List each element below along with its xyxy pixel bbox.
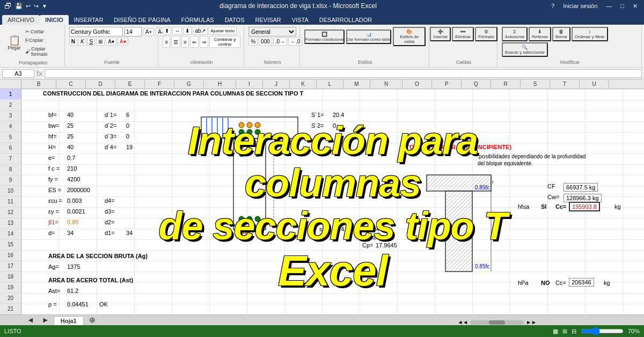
- align-middle-button[interactable]: ↔: [172, 27, 182, 35]
- row-num-17[interactable]: 17: [0, 261, 21, 272]
- quick-access-dropdown[interactable]: ▼: [42, 3, 47, 9]
- col-header-b[interactable]: B: [21, 79, 56, 89]
- redo-icon[interactable]: ↪: [34, 3, 39, 10]
- col-header-q[interactable]: Q: [462, 79, 491, 89]
- decrease-indent-button[interactable]: ⇐: [190, 36, 199, 48]
- help-button[interactable]: ?: [549, 3, 557, 9]
- row-num-1[interactable]: 1: [0, 89, 21, 100]
- row-num-20[interactable]: 20: [0, 293, 21, 304]
- align-bottom-button[interactable]: ⬇: [183, 27, 192, 35]
- underline-button[interactable]: S: [87, 38, 96, 46]
- ordenar-button[interactable]: ↕ Ordenar y filtrar: [572, 27, 608, 41]
- align-top-button[interactable]: ⬆: [163, 27, 171, 35]
- col-header-e[interactable]: E: [115, 79, 145, 89]
- bold-button[interactable]: N: [69, 38, 77, 46]
- sheet-tab-hoja1[interactable]: Hoja1: [54, 316, 84, 325]
- row-num-5[interactable]: 5: [0, 132, 21, 143]
- tab-vista[interactable]: VISTA: [287, 15, 314, 25]
- paste-button[interactable]: 📋 Pegar: [6, 34, 22, 52]
- row-num-11[interactable]: 11: [0, 196, 21, 207]
- font-name-input[interactable]: [69, 27, 123, 36]
- col-header-n[interactable]: N: [370, 79, 402, 89]
- minimize-button[interactable]: —: [604, 3, 614, 9]
- increase-font-button[interactable]: A+: [143, 28, 155, 36]
- tab-diseno[interactable]: DISEÑO DE PÁGINA: [108, 15, 175, 25]
- tab-revisar[interactable]: REVISAR: [250, 15, 287, 25]
- col-header-i[interactable]: I: [236, 79, 263, 89]
- name-box[interactable]: [2, 69, 34, 78]
- font-size-input[interactable]: [125, 27, 142, 36]
- row-num-7[interactable]: 7: [0, 153, 21, 164]
- autosuma-button[interactable]: Σ Autosuma: [502, 27, 528, 41]
- col-header-l[interactable]: L: [317, 79, 343, 89]
- tab-insertar[interactable]: INSERTAR: [69, 15, 109, 25]
- formula-input[interactable]: [45, 69, 642, 78]
- rellenar-button[interactable]: ⬇ Rellenar: [529, 27, 551, 41]
- number-format-select[interactable]: General Número Moneda Porcentaje: [248, 27, 296, 36]
- sheet-content[interactable]: CONSTRUCCION DEL DIAGRAMA DE INTERACCION…: [21, 89, 644, 325]
- add-sheet-button[interactable]: ◄: [24, 314, 38, 325]
- tab-desarrollador[interactable]: DESARROLLADOR: [314, 15, 377, 25]
- format-painter-button[interactable]: 🖌Copiar formato: [23, 45, 60, 58]
- merge-center-button[interactable]: Combinar y centrar: [209, 36, 240, 48]
- formato-tabla-button[interactable]: 📊 Dar formato como tabla: [346, 30, 392, 44]
- scroll-sheets-right[interactable]: ►: [39, 314, 53, 325]
- horizontal-scrollbar[interactable]: [489, 320, 505, 325]
- cut-button[interactable]: ✂Cortar: [23, 28, 60, 35]
- tab-archivo[interactable]: ARCHIVO: [2, 15, 40, 25]
- formato-condicional-button[interactable]: 🔲 Formato condicional: [304, 30, 345, 44]
- col-header-p[interactable]: P: [432, 79, 462, 89]
- col-header-j[interactable]: J: [263, 79, 290, 89]
- col-header-g[interactable]: G: [174, 79, 204, 89]
- row-num-9[interactable]: 9: [0, 175, 21, 186]
- decrease-decimal-button[interactable]: ←.0: [288, 38, 302, 46]
- col-header-u[interactable]: U: [580, 79, 609, 89]
- text-rotate-button[interactable]: ab↗: [193, 27, 207, 35]
- buscar-button[interactable]: 🔍 Buscar y seleccionar: [502, 42, 548, 57]
- col-header-c[interactable]: C: [56, 79, 86, 89]
- italic-button[interactable]: K: [78, 38, 86, 46]
- col-header-h[interactable]: H: [204, 79, 236, 89]
- save-icon[interactable]: 💾: [15, 3, 23, 10]
- increase-decimal-button[interactable]: .0→: [273, 38, 287, 46]
- tab-inicio[interactable]: INICIO: [40, 15, 69, 25]
- formato-celdas-button[interactable]: ⚙ Formato: [475, 27, 497, 41]
- align-left-button[interactable]: ≡: [163, 36, 170, 48]
- col-header-o[interactable]: O: [402, 79, 432, 89]
- view-normal-icon[interactable]: ▦: [553, 328, 558, 335]
- align-right-button[interactable]: ≡: [181, 36, 189, 48]
- maximize-button[interactable]: □: [618, 3, 626, 9]
- col-header-f[interactable]: F: [145, 79, 174, 89]
- add-sheet-plus-button[interactable]: ⊕: [86, 314, 99, 325]
- row-num-4[interactable]: 4: [0, 121, 21, 132]
- increase-indent-button[interactable]: ⇒: [200, 36, 208, 48]
- align-center-button[interactable]: ☰: [171, 36, 180, 48]
- col-header-t[interactable]: T: [550, 79, 580, 89]
- col-header-m[interactable]: M: [343, 79, 370, 89]
- scroll-bar-right[interactable]: ►►: [526, 319, 537, 325]
- col-header-k[interactable]: K: [290, 79, 317, 89]
- thousands-button[interactable]: 000: [259, 38, 272, 46]
- row-num-8[interactable]: 8: [0, 164, 21, 175]
- row-num-14[interactable]: 14: [0, 229, 21, 239]
- row-num-10[interactable]: 10: [0, 186, 21, 196]
- row-num-15[interactable]: 15: [0, 239, 21, 250]
- row-num-13[interactable]: 13: [0, 218, 21, 229]
- row-num-16[interactable]: 16: [0, 250, 21, 261]
- copy-button[interactable]: ⎘Copiar: [23, 36, 60, 44]
- tab-datos[interactable]: DATOS: [219, 15, 250, 25]
- scroll-bar-left[interactable]: ◄◄: [457, 319, 468, 325]
- signin-label[interactable]: Iniciar sesión: [561, 3, 599, 9]
- view-layout-icon[interactable]: ⊞: [562, 328, 567, 335]
- row-num-6[interactable]: 6: [0, 143, 21, 153]
- zoom-slider[interactable]: [581, 328, 624, 334]
- undo-icon[interactable]: ↩: [26, 3, 31, 10]
- view-pagebreak-icon[interactable]: ⊟: [572, 328, 576, 335]
- row-num-18[interactable]: 18: [0, 272, 21, 282]
- row-num-21[interactable]: 21: [0, 304, 21, 314]
- col-header-d[interactable]: D: [86, 79, 115, 89]
- eliminar-celdas-button[interactable]: ➖ Eliminar: [452, 27, 474, 41]
- col-header-s[interactable]: S: [521, 79, 550, 89]
- row-num-19[interactable]: 19: [0, 282, 21, 293]
- percent-button[interactable]: %: [248, 38, 258, 46]
